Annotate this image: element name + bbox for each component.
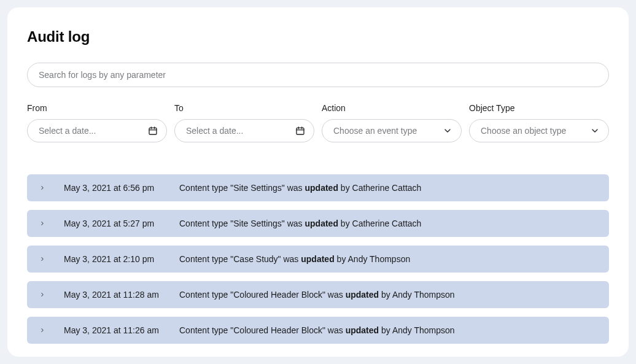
log-description-prefix: Content type "Site Settings" was	[179, 183, 305, 193]
log-action-verb: updated	[346, 325, 379, 335]
log-list: May 3, 2021 at 6:56 pmContent type "Site…	[27, 174, 609, 344]
log-description-prefix: Content type "Coloured Header Block" was	[179, 325, 346, 335]
audit-log-panel: Audit log From Select a date... To Selec…	[7, 7, 629, 357]
page-title: Audit log	[27, 28, 609, 45]
object-type-placeholder: Choose an object type	[481, 126, 566, 136]
log-row[interactable]: May 3, 2021 at 2:10 pmContent type "Case…	[27, 246, 609, 273]
svg-rect-0	[149, 128, 157, 134]
log-row[interactable]: May 3, 2021 at 6:56 pmContent type "Site…	[27, 174, 609, 201]
chevron-right-icon	[38, 256, 47, 262]
log-description-suffix: by Andy Thompson	[335, 254, 410, 264]
filter-object: Object Type Choose an object type	[469, 103, 609, 142]
filter-to-label: To	[174, 103, 314, 113]
log-description-suffix: by Catherine Cattach	[338, 219, 421, 228]
search-wrap	[27, 63, 609, 87]
log-description-prefix: Content type "Site Settings" was	[179, 219, 305, 228]
chevron-right-icon	[38, 327, 47, 333]
filter-bar: From Select a date... To Select a date..…	[27, 103, 609, 142]
filter-from: From Select a date...	[27, 103, 167, 142]
log-action-verb: updated	[305, 219, 338, 228]
log-description-suffix: by Andy Thompson	[379, 290, 454, 300]
filter-object-label: Object Type	[469, 103, 609, 113]
log-description: Content type "Site Settings" was updated…	[179, 183, 421, 193]
action-placeholder: Choose an event type	[333, 126, 417, 136]
log-action-verb: updated	[301, 254, 334, 264]
action-select[interactable]: Choose an event type	[322, 119, 462, 142]
log-timestamp: May 3, 2021 at 2:10 pm	[64, 254, 162, 264]
date-to-input[interactable]: Select a date...	[174, 119, 314, 142]
log-row[interactable]: May 3, 2021 at 11:28 amContent type "Col…	[27, 281, 609, 308]
search-input[interactable]	[27, 63, 609, 87]
log-description: Content type "Coloured Header Block" was…	[179, 325, 455, 335]
log-description-suffix: by Catherine Cattach	[338, 183, 421, 193]
chevron-down-icon	[443, 126, 452, 136]
chevron-down-icon	[590, 126, 600, 136]
calendar-icon	[295, 126, 305, 136]
chevron-right-icon	[38, 292, 47, 298]
object-type-select[interactable]: Choose an object type	[469, 119, 609, 142]
log-description-prefix: Content type "Coloured Header Block" was	[179, 290, 346, 300]
filter-action-label: Action	[322, 103, 462, 113]
log-description-prefix: Content type "Case Study" was	[179, 254, 301, 264]
log-action-verb: updated	[346, 290, 379, 300]
log-description-suffix: by Andy Thompson	[379, 325, 454, 335]
log-description: Content type "Site Settings" was updated…	[179, 219, 421, 228]
date-from-placeholder: Select a date...	[39, 126, 96, 136]
chevron-right-icon	[38, 185, 47, 191]
log-action-verb: updated	[305, 183, 338, 193]
log-timestamp: May 3, 2021 at 5:27 pm	[64, 219, 162, 228]
log-description: Content type "Case Study" was updated by…	[179, 254, 410, 264]
log-row[interactable]: May 3, 2021 at 11:26 amContent type "Col…	[27, 317, 609, 344]
date-to-placeholder: Select a date...	[186, 126, 243, 136]
log-description: Content type "Coloured Header Block" was…	[179, 290, 455, 300]
log-timestamp: May 3, 2021 at 11:28 am	[64, 290, 162, 300]
log-row[interactable]: May 3, 2021 at 5:27 pmContent type "Site…	[27, 210, 609, 237]
date-from-input[interactable]: Select a date...	[27, 119, 167, 142]
chevron-right-icon	[38, 220, 47, 227]
filter-action: Action Choose an event type	[322, 103, 462, 142]
filter-to: To Select a date...	[174, 103, 314, 142]
calendar-icon	[148, 126, 158, 136]
log-timestamp: May 3, 2021 at 6:56 pm	[64, 183, 162, 193]
log-timestamp: May 3, 2021 at 11:26 am	[64, 325, 162, 335]
filter-from-label: From	[27, 103, 167, 113]
svg-rect-4	[297, 128, 304, 134]
